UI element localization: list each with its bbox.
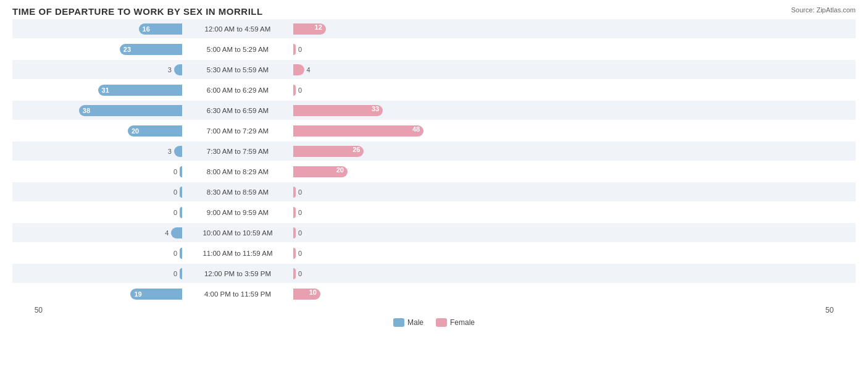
- female-bar-area: 0: [293, 43, 429, 56]
- female-bar: 12: [293, 23, 326, 35]
- female-bar: 10: [293, 289, 320, 300]
- male-bar-zero: [180, 207, 182, 218]
- male-bar-area: 16: [46, 22, 182, 36]
- female-bar-area: 4: [293, 63, 429, 77]
- chart-row: 08:00 AM to 8:29 AM20: [12, 162, 856, 181]
- time-label: 6:30 AM to 6:59 AM: [182, 107, 293, 114]
- male-bar-zero: [180, 187, 182, 198]
- male-color-box: [393, 318, 404, 327]
- male-bar-area: 38: [46, 104, 182, 117]
- time-label: 10:00 AM to 10:59 AM: [182, 229, 293, 237]
- female-bar-area: 0: [293, 206, 429, 219]
- female-bar-zero: [293, 268, 296, 279]
- female-value-zero: 0: [298, 46, 302, 53]
- time-label: 7:30 AM to 7:59 AM: [182, 148, 293, 155]
- male-bar: 16: [139, 23, 182, 35]
- male-label: Male: [407, 318, 424, 327]
- female-bar: 33: [293, 105, 383, 116]
- legend-female: Female: [436, 318, 475, 327]
- male-bar-zero: [180, 268, 182, 279]
- time-label: 9:00 AM to 9:59 AM: [182, 209, 293, 216]
- time-label: 7:00 AM to 7:29 AM: [182, 127, 293, 135]
- female-bar: [293, 64, 304, 75]
- time-label: 5:00 AM to 5:29 AM: [182, 46, 293, 53]
- male-bar-area: 0: [46, 206, 182, 219]
- female-value-inside: 12: [315, 23, 322, 31]
- chart-row: 1612:00 AM to 4:59 AM12: [12, 19, 856, 38]
- chart-row: 235:00 AM to 5:29 AM0: [12, 40, 856, 59]
- male-bar-area: 0: [46, 165, 182, 179]
- female-value-inside: 26: [353, 146, 360, 153]
- male-value-zero: 0: [173, 168, 177, 175]
- chart-row: 09:00 AM to 9:59 AM0: [12, 203, 856, 222]
- male-bar: [174, 64, 182, 75]
- chart-row: 011:00 AM to 11:59 AM0: [12, 243, 856, 263]
- female-value-inside: 20: [336, 166, 344, 174]
- male-bar-area: 0: [46, 247, 182, 260]
- female-value-inside: 10: [309, 289, 317, 296]
- female-bar-zero: [293, 44, 296, 55]
- male-value-inside: 38: [83, 107, 90, 114]
- male-value-inside: 31: [102, 86, 109, 94]
- female-value-outside: 4: [307, 66, 311, 74]
- chart-container: TIME OF DEPARTURE TO WORK BY SEX IN MORR…: [0, 0, 868, 367]
- female-bar: 26: [293, 146, 364, 157]
- axis-row: 50 50: [12, 306, 856, 314]
- chart-row: 207:00 AM to 7:29 AM48: [12, 121, 856, 140]
- male-value-zero: 0: [173, 188, 177, 196]
- male-bar-area: 3: [46, 145, 182, 158]
- male-value-inside: 19: [134, 290, 141, 298]
- female-bar: 20: [293, 166, 348, 177]
- time-label: 5:30 AM to 5:59 AM: [182, 66, 293, 74]
- time-label: 8:00 AM to 8:29 AM: [182, 168, 293, 175]
- male-bar: 31: [98, 85, 182, 96]
- chart-row: 386:30 AM to 6:59 AM33: [12, 101, 856, 120]
- female-color-box: [436, 318, 447, 327]
- source-text: Source: ZipAtlas.com: [791, 6, 856, 14]
- male-bar: [171, 227, 182, 238]
- female-bar: 48: [293, 125, 424, 137]
- chart-row: 410:00 AM to 10:59 AM0: [12, 223, 856, 242]
- male-bar: 23: [120, 44, 182, 55]
- female-bar-area: 33: [293, 104, 429, 117]
- axis-max: 50: [822, 306, 856, 314]
- chart-row: 194:00 PM to 11:59 PM10: [12, 284, 856, 303]
- female-bar-area: 12: [293, 22, 429, 36]
- female-bar-zero: [293, 187, 296, 198]
- female-value-zero: 0: [298, 270, 302, 277]
- female-value-zero: 0: [298, 188, 302, 196]
- male-bar: 19: [130, 289, 182, 300]
- female-label: Female: [450, 318, 475, 327]
- female-value-zero: 0: [298, 209, 302, 216]
- male-value-inside: 20: [131, 127, 139, 135]
- female-bar-area: 0: [293, 226, 429, 240]
- male-value-outside: 3: [168, 66, 172, 74]
- male-value-zero: 0: [173, 270, 177, 277]
- legend: Male Female: [12, 318, 856, 327]
- male-bar-area: 0: [46, 267, 182, 281]
- legend-male: Male: [393, 318, 424, 327]
- female-value-inside: 48: [412, 125, 420, 133]
- male-bar-area: 4: [46, 226, 182, 240]
- female-bar-area: 0: [293, 267, 429, 281]
- male-value-inside: 23: [123, 46, 131, 53]
- male-value-zero: 0: [173, 209, 177, 216]
- chart-row: 37:30 AM to 7:59 AM26: [12, 141, 856, 161]
- time-label: 11:00 AM to 11:59 AM: [182, 250, 293, 257]
- male-bar-area: 0: [46, 185, 182, 199]
- male-value-inside: 16: [143, 25, 150, 33]
- time-label: 8:30 AM to 8:59 AM: [182, 188, 293, 196]
- chart-row: 35:30 AM to 5:59 AM4: [12, 60, 856, 79]
- female-bar-area: 20: [293, 165, 429, 179]
- male-value-outside: 4: [165, 229, 169, 237]
- chart-row: 012:00 PM to 3:59 PM0: [12, 264, 856, 283]
- time-label: 4:00 PM to 11:59 PM: [182, 290, 293, 298]
- female-bar-area: 0: [293, 185, 429, 199]
- chart-row: 316:00 AM to 6:29 AM0: [12, 80, 856, 99]
- male-bar-zero: [180, 248, 182, 259]
- female-bar-area: 10: [293, 287, 429, 301]
- chart-row: 08:30 AM to 8:59 AM0: [12, 182, 856, 201]
- time-label: 6:00 AM to 6:29 AM: [182, 86, 293, 94]
- female-bar-zero: [293, 248, 296, 259]
- female-bar-area: 0: [293, 247, 429, 260]
